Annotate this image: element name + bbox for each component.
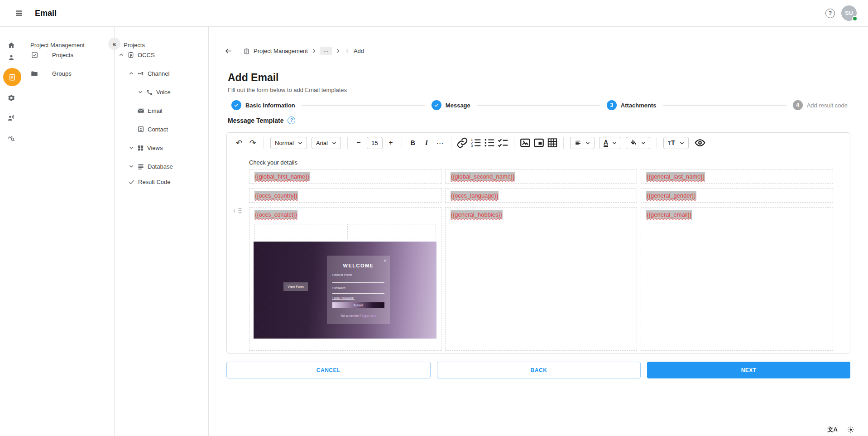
template-variable: {{global_first_name}}: [254, 172, 310, 181]
tree-node-voice[interactable]: Voice: [138, 87, 171, 97]
sidebar-item-label: Groups: [52, 70, 72, 77]
breadcrumb: Project Management ⋯ Add: [224, 47, 868, 55]
template-cell[interactable]: {{occs_language}}: [445, 188, 638, 203]
tree-node-email[interactable]: Email: [137, 106, 163, 115]
sidebar-section-label: Project Management: [30, 42, 85, 48]
stepper: Basic Information Message 3 Attachments …: [231, 100, 848, 110]
analytics-search-icon[interactable]: [7, 134, 15, 142]
paragraph-style-select[interactable]: Normal: [270, 137, 307, 149]
add-row-icon[interactable]: +: [232, 208, 236, 214]
sidebar-item-projects[interactable]: Projects: [31, 50, 73, 59]
bold-button[interactable]: B: [407, 137, 419, 149]
toolbar-divider: [402, 137, 402, 149]
step-attachments[interactable]: 3 Attachments: [607, 100, 657, 110]
ordered-list-icon[interactable]: 123: [470, 137, 482, 149]
editor-heading-text: Check your details: [249, 159, 833, 166]
topbar: Email ? SU: [0, 0, 868, 27]
tree-node-label: Database: [148, 163, 173, 170]
page-subtitle: Fill out the form below to add Email tem…: [228, 87, 868, 93]
avatar[interactable]: SU: [841, 5, 857, 21]
insert-image-icon[interactable]: [519, 137, 531, 149]
step-label: Basic Information: [245, 102, 295, 109]
text-size-icon: tT: [668, 139, 676, 146]
clipboard-icon: [8, 73, 16, 81]
breadcrumb-ellipsis[interactable]: ⋯: [320, 47, 332, 55]
sidebar-item-groups[interactable]: Groups: [30, 69, 72, 78]
tree-node-label: Contact: [148, 126, 168, 133]
menu-icon[interactable]: [13, 7, 25, 19]
cancel-button[interactable]: CANCEL: [226, 362, 431, 378]
check-icon: [234, 102, 239, 108]
theme-sun-icon[interactable]: [847, 426, 854, 433]
voice-user-icon[interactable]: [7, 114, 15, 122]
projects-module-active[interactable]: [3, 68, 21, 86]
nested-cell[interactable]: [254, 224, 343, 239]
breadcrumb-root[interactable]: Project Management: [243, 48, 308, 55]
italic-button[interactable]: I: [421, 137, 432, 149]
highlight-color-select[interactable]: [626, 137, 650, 149]
tree-node-views[interactable]: Views: [129, 143, 163, 152]
redo-icon[interactable]: ↷: [247, 137, 259, 149]
template-cell[interactable]: {{occs_country}}: [249, 188, 441, 203]
breadcrumb-add[interactable]: Add: [344, 48, 364, 54]
checklist-icon[interactable]: [497, 137, 509, 149]
template-variable: {{general_gender}}: [646, 191, 696, 200]
tree-node-occs[interactable]: OCCS: [119, 50, 155, 59]
tree-node-channel[interactable]: Channel: [129, 69, 169, 78]
settings-gear-icon[interactable]: [7, 94, 15, 102]
text-align-select[interactable]: [570, 137, 595, 149]
template-cell[interactable]: {{general_email}}: [641, 207, 833, 351]
row-drag-handle[interactable]: +: [232, 208, 242, 214]
template-cell[interactable]: {{general_last_name}}: [641, 169, 833, 184]
template-variable: {{occs_language}}: [451, 191, 499, 200]
template-cell[interactable]: {{global_first_name}}: [249, 169, 441, 184]
help-icon[interactable]: ?: [825, 9, 835, 18]
next-button[interactable]: NEXT: [647, 362, 850, 378]
bullet-list-icon[interactable]: [484, 137, 495, 149]
undo-icon[interactable]: ↶: [233, 137, 245, 149]
home-icon[interactable]: [7, 41, 15, 49]
back-button[interactable]: BACK: [437, 362, 641, 378]
increase-font-icon[interactable]: +: [385, 137, 397, 149]
tree-node-contact[interactable]: Contact: [137, 125, 168, 134]
text-size-select[interactable]: tT: [663, 137, 689, 149]
insert-table-icon[interactable]: [547, 137, 558, 149]
grid-views-icon: [137, 145, 144, 151]
tree-node-label: Views: [147, 145, 163, 151]
template-cell[interactable]: {{occs_conatct}} View Form × WELCOME Ema…: [249, 207, 441, 351]
font-family-value: Arial: [316, 140, 328, 146]
password-field-underline: [332, 293, 384, 294]
step-message[interactable]: Message: [432, 100, 470, 110]
template-cell[interactable]: {{general_gender}}: [641, 188, 833, 203]
decrease-font-icon[interactable]: −: [353, 137, 364, 149]
back-arrow-icon[interactable]: [224, 47, 233, 55]
collapse-panel-button[interactable]: «: [108, 38, 120, 50]
tree-panel: « Projects OCCS Channel Voice Email Cont…: [115, 27, 209, 436]
welcome-form-image[interactable]: View Form × WELCOME Email or Phone Passw…: [254, 242, 436, 339]
user-icon[interactable]: [7, 53, 15, 62]
step-connector: [477, 105, 600, 106]
tree-node-result-code[interactable]: Result Code: [128, 177, 171, 186]
help-question-icon[interactable]: ?: [288, 116, 295, 124]
template-cell[interactable]: {{general_hobbies}}: [445, 207, 638, 351]
step-basic-information[interactable]: Basic Information: [231, 100, 295, 110]
svg-text:3: 3: [471, 144, 473, 148]
step-add-result-code[interactable]: 4 Add result code: [793, 100, 848, 110]
more-formats-icon[interactable]: ⋯: [434, 137, 446, 149]
editor-content[interactable]: Check your details + {{global_first_name…: [227, 153, 850, 351]
toolbar-divider: [264, 137, 264, 149]
step-label: Add result code: [807, 102, 848, 109]
font-family-select[interactable]: Arial: [312, 137, 341, 149]
nested-cell[interactable]: [347, 224, 436, 239]
font-size-input[interactable]: 15: [367, 137, 383, 149]
preview-eye-icon[interactable]: [694, 137, 706, 149]
text-color-select[interactable]: A: [599, 137, 621, 149]
insert-video-icon[interactable]: [533, 137, 545, 149]
signup-link: Sigup here: [362, 314, 376, 317]
toolbar-divider: [451, 137, 451, 149]
tree-node-database[interactable]: Database: [129, 162, 173, 171]
step-number: 3: [607, 100, 617, 110]
translate-icon[interactable]: 文A: [828, 426, 838, 434]
link-icon[interactable]: [456, 137, 468, 149]
template-cell[interactable]: {{global_second_name}}: [445, 169, 638, 184]
